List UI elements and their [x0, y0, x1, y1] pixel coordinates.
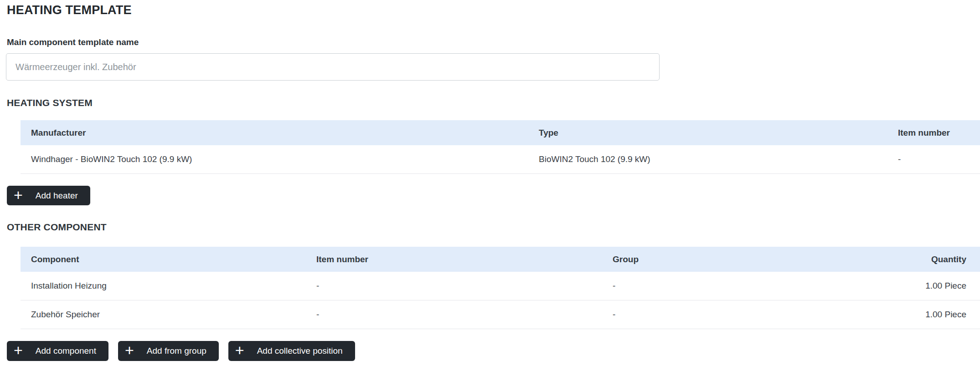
cell-type: BioWIN2 Touch 102 (9.9 kW) [539, 154, 650, 164]
add-heater-button-label: Add heater [36, 191, 78, 201]
plus-icon: + [14, 187, 23, 203]
plus-icon: + [14, 342, 23, 358]
column-header-quantity: Quantity [931, 254, 966, 264]
other-component-table: Component Item number Group Quantity Ins… [21, 247, 980, 329]
cell-item-number: - [898, 154, 901, 164]
template-name-label: Main component template name [7, 37, 139, 47]
add-from-group-button[interactable]: + Add from group [118, 341, 219, 361]
table-row[interactable]: Installation Heizung - - 1.00 Piece [21, 272, 980, 300]
plus-icon: + [125, 342, 134, 358]
add-collective-position-button-label: Add collective position [257, 346, 343, 356]
cell-component: Installation Heizung [31, 281, 107, 291]
column-header-item-number: Item number [316, 254, 368, 264]
cell-component: Zubehör Speicher [31, 310, 100, 320]
column-header-type: Type [539, 128, 558, 138]
cell-quantity: 1.00 Piece [925, 281, 966, 291]
column-header-item-number: Item number [898, 128, 950, 138]
component-table-header-row: Component Item number Group Quantity [21, 247, 980, 272]
add-collective-position-button[interactable]: + Add collective position [228, 341, 355, 361]
cell-item-number: - [316, 281, 319, 291]
column-header-group: Group [613, 254, 639, 264]
cell-group: - [613, 281, 615, 291]
cell-item-number: - [316, 310, 319, 320]
page-title: HEATING TEMPLATE [7, 3, 132, 17]
cell-quantity: 1.00 Piece [925, 310, 966, 320]
cell-group: - [613, 310, 615, 320]
add-component-button-label: Add component [36, 346, 96, 356]
table-row[interactable]: Zubehör Speicher - - 1.00 Piece [21, 300, 980, 329]
plus-icon: + [235, 342, 244, 358]
table-row[interactable]: Windhager - BioWIN2 Touch 102 (9.9 kW) B… [21, 145, 980, 174]
add-heater-button[interactable]: + Add heater [7, 186, 90, 205]
heating-table-header-row: Manufacturer Type Item number [21, 120, 980, 145]
cell-manufacturer: Windhager - BioWIN2 Touch 102 (9.9 kW) [31, 154, 192, 164]
other-component-section-title: OTHER COMPONENT [7, 222, 107, 233]
add-component-button[interactable]: + Add component [7, 341, 108, 361]
component-actions: + Add component + Add from group + Add c… [7, 341, 355, 361]
add-from-group-button-label: Add from group [147, 346, 206, 356]
heating-system-section-title: HEATING SYSTEM [7, 97, 93, 108]
column-header-manufacturer: Manufacturer [31, 128, 86, 138]
template-name-input[interactable] [6, 53, 660, 81]
column-header-component: Component [31, 254, 79, 264]
heating-system-table: Manufacturer Type Item number Windhager … [21, 120, 980, 174]
